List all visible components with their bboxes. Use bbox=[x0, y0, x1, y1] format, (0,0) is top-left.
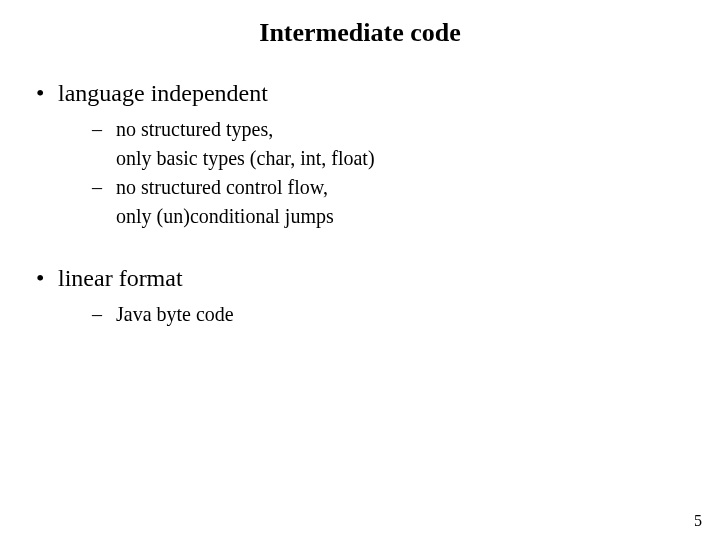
subbullet-no-structured-types: no structured types, bbox=[30, 115, 690, 144]
subbullet-conditional-jumps: only (un)conditional jumps bbox=[30, 202, 690, 231]
bullet-linear-format: linear format bbox=[30, 263, 690, 294]
slide: Intermediate code language independent n… bbox=[0, 0, 720, 540]
slide-title: Intermediate code bbox=[0, 18, 720, 48]
subbullet-java-bytecode: Java byte code bbox=[30, 300, 690, 329]
page-number: 5 bbox=[694, 512, 702, 530]
bullet-lang-independent: language independent bbox=[30, 78, 690, 109]
subbullet-basic-types: only basic types (char, int, float) bbox=[30, 144, 690, 173]
subbullet-no-control-flow: no structured control flow, bbox=[30, 173, 690, 202]
slide-content: language independent no structured types… bbox=[30, 78, 690, 329]
spacer bbox=[30, 231, 690, 263]
